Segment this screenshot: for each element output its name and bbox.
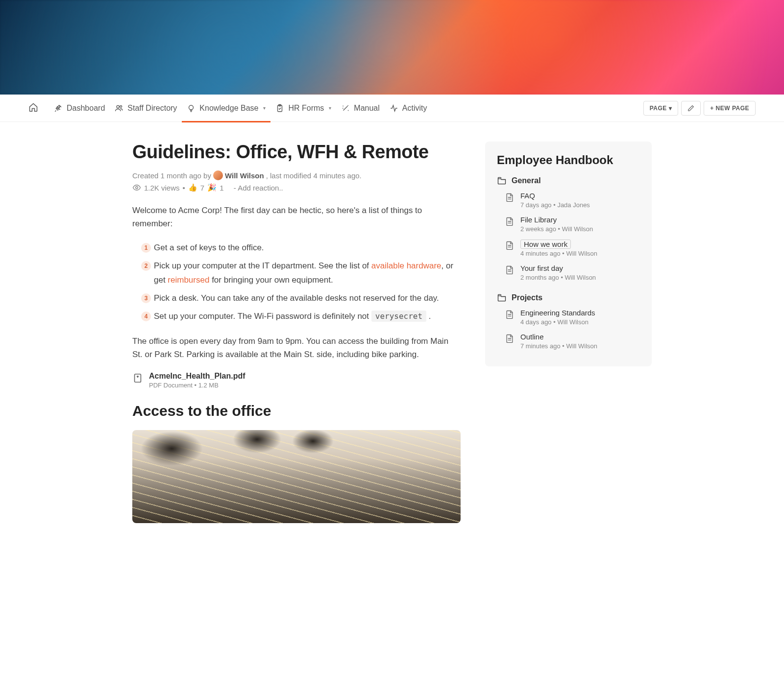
- link-available-hardware[interactable]: available hardware: [371, 261, 441, 270]
- doc-title: Engineering Standards: [520, 309, 595, 317]
- steps-list: Get a set of keys to the office. Pick up…: [132, 241, 461, 323]
- link-reimbursed[interactable]: reimbursed: [168, 275, 209, 285]
- people-icon: [115, 104, 123, 113]
- folder-icon: [497, 293, 507, 303]
- reaction-count: 7: [200, 184, 204, 192]
- doc-item[interactable]: Outline7 minutes ago • Will Wilson: [497, 331, 640, 355]
- chevron-down-icon: ▾: [329, 105, 331, 111]
- wifi-password-code: verysecret: [371, 311, 426, 322]
- add-reaction-button[interactable]: - Add reaction..: [234, 184, 283, 192]
- doc-item[interactable]: How we work4 minutes ago • Will Wilson: [497, 238, 640, 262]
- navbar: Dashboard Staff Directory Knowledge Base…: [0, 95, 784, 122]
- chevron-down-icon: ▾: [263, 105, 266, 111]
- nav-dashboard[interactable]: Dashboard: [49, 95, 110, 122]
- pencil-icon: [687, 105, 694, 112]
- svg-point-5: [136, 187, 138, 189]
- nav-knowledge-base[interactable]: Knowledge Base ▾: [182, 95, 270, 122]
- modified-text: , last modified 4 minutes ago.: [266, 171, 362, 180]
- edit-button[interactable]: [681, 101, 701, 116]
- svg-point-0: [117, 105, 119, 108]
- bulb-icon: [187, 104, 196, 113]
- step-item: Pick a desk. You can take any of the ava…: [143, 291, 461, 306]
- page-title: Guidelines: Office, WFH & Remote: [132, 142, 461, 163]
- doc-meta: 4 days ago • Will Wilson: [520, 318, 595, 326]
- avatar: [213, 170, 223, 180]
- doc-meta: 7 minutes ago • Will Wilson: [520, 342, 597, 350]
- svg-rect-6: [135, 374, 141, 383]
- hours-text: The office is open every day from 9am to…: [132, 335, 461, 361]
- hero-banner: [0, 0, 784, 95]
- section-heading: Access to the office: [132, 403, 461, 419]
- doc-meta: 7 days ago • Jada Jones: [520, 201, 590, 209]
- folder-general[interactable]: General: [497, 176, 640, 186]
- doc-meta: 4 minutes ago • Will Wilson: [520, 250, 597, 257]
- doc-meta: 2 weeks ago • Will Wilson: [520, 225, 593, 233]
- nav-staff-directory[interactable]: Staff Directory: [110, 95, 182, 122]
- attachment-name: AcmeInc_Health_Plan.pdf: [149, 372, 245, 381]
- intro-text: Welcome to Acme Corp! The first day can …: [132, 204, 461, 230]
- step-item: Set up your computer. The Wi-Fi password…: [143, 310, 461, 324]
- activity-icon: [390, 104, 398, 113]
- nav-label: Activity: [402, 104, 427, 113]
- new-page-button[interactable]: + NEW PAGE: [704, 101, 756, 116]
- author-name[interactable]: Will Wilson: [225, 171, 264, 180]
- home-icon[interactable]: [28, 102, 38, 114]
- attachment[interactable]: AcmeInc_Health_Plan.pdf PDF Document • 1…: [132, 372, 461, 389]
- page-stats: 1.2K views • 👍 7 🎉 1 - Add reaction..: [132, 183, 461, 192]
- doc-title: How we work: [520, 240, 571, 249]
- step-item: Get a set of keys to the office.: [143, 241, 461, 255]
- document-icon: [505, 310, 514, 319]
- nav-hr-forms[interactable]: HR Forms ▾: [270, 95, 336, 122]
- thumb-emoji[interactable]: 👍: [188, 183, 197, 192]
- folder-projects[interactable]: Projects: [497, 293, 640, 303]
- doc-item[interactable]: Your first day2 months ago • Will Wilson: [497, 262, 640, 286]
- document-icon: [505, 265, 514, 275]
- doc-item[interactable]: File Library2 weeks ago • Will Wilson: [497, 214, 640, 238]
- svg-point-2: [189, 105, 194, 110]
- doc-meta: 2 months ago • Will Wilson: [520, 274, 596, 281]
- document-icon: [505, 216, 514, 226]
- doc-title: File Library: [520, 216, 557, 224]
- eye-icon: [132, 183, 141, 192]
- doc-item[interactable]: FAQ7 days ago • Jada Jones: [497, 190, 640, 214]
- sidebar-handbook: Employee Handbook General FAQ7 days ago …: [485, 142, 652, 366]
- pin-icon: [54, 104, 63, 113]
- document-icon: [505, 334, 514, 343]
- main-content: Guidelines: Office, WFH & Remote Created…: [132, 142, 461, 523]
- bullet: •: [183, 184, 185, 192]
- nav-activity[interactable]: Activity: [385, 95, 432, 122]
- step-item: Pick up your computer at the IT departme…: [143, 259, 461, 288]
- doc-title: FAQ: [520, 192, 535, 200]
- folder-label: General: [512, 176, 541, 185]
- wand-icon: [341, 104, 350, 113]
- confetti-emoji[interactable]: 🎉: [207, 183, 217, 192]
- document-icon: [505, 192, 514, 202]
- nav-label: HR Forms: [288, 104, 324, 113]
- doc-title: Your first day: [520, 264, 563, 272]
- nav-manual[interactable]: Manual: [336, 95, 384, 122]
- doc-item[interactable]: Engineering Standards4 days ago • Will W…: [497, 307, 640, 331]
- clipboard-icon: [275, 104, 284, 113]
- created-text: Created 1 month ago by: [132, 171, 211, 180]
- document-icon: [505, 240, 514, 250]
- page-dropdown-button[interactable]: PAGE ▾: [643, 101, 678, 116]
- svg-point-1: [120, 105, 122, 107]
- doc-title: Outline: [520, 333, 544, 341]
- attachment-meta: PDF Document • 1.2 MB: [149, 382, 245, 389]
- file-icon: [132, 373, 143, 385]
- office-photo: [132, 430, 461, 523]
- folder-label: Projects: [512, 293, 542, 302]
- views-count: 1.2K views: [144, 184, 180, 192]
- reaction-count: 1: [220, 184, 223, 192]
- page-meta: Created 1 month ago by Will Wilson, last…: [132, 170, 461, 180]
- folder-icon: [497, 176, 507, 186]
- nav-label: Dashboard: [67, 104, 105, 113]
- nav-label: Knowledge Base: [199, 104, 258, 113]
- sidebar-title: Employee Handbook: [497, 153, 640, 167]
- nav-label: Manual: [354, 104, 379, 113]
- nav-label: Staff Directory: [127, 104, 177, 113]
